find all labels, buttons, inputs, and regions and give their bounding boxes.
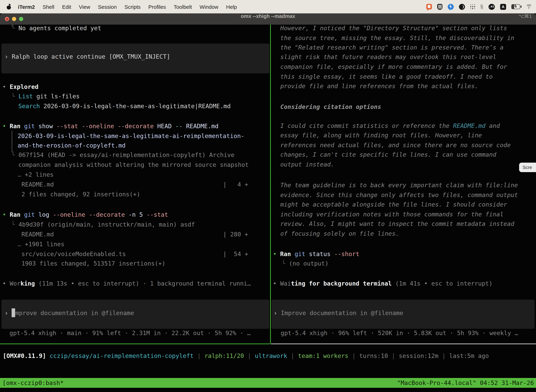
text-segment: essay file, along with finding root file… [280,132,482,139]
apple-menu-icon[interactable] [6,4,11,10]
text-segment: Wor [10,280,20,287]
left-pane-line: 2026-03-09-is-legal-the-same-as-legitima… [18,132,244,142]
text-segment: Ran [280,250,291,257]
right-pane-line: slight risk that future readers may over… [280,53,496,63]
text-segment: review. Also, I might want to inspect th… [280,220,514,227]
left-pane-line: └ 4b9d30f (origin/main, instructkr/main,… [11,221,195,231]
menu-scripts[interactable]: Scripts [124,4,141,10]
text-segment: including verification notes with those … [280,211,503,218]
menu-window[interactable]: Window [200,4,218,10]
battery-icon[interactable] [511,4,520,9]
menu-help[interactable]: Help [226,4,237,10]
text-segment: └ [11,25,19,32]
right-pane-line: The team guideline is to back every impo… [280,182,518,191]
text-segment: README.md [453,122,486,129]
text-segment: 2026-03-09-is-legal-the-same-as-legitima… [18,132,244,140]
window-shortcut-badge: ⌥⌘1 [518,13,532,19]
text-segment: slight risk that future readers may over… [280,53,496,61]
lightning-hex-icon[interactable] [448,4,454,10]
pane-divider[interactable] [270,25,271,344]
screen: iTerm2 Shell Edit View Session Scripts P… [0,0,536,392]
letter-a-icon[interactable]: A [500,4,506,10]
right-pane-line: provide file and line references from th… [280,83,478,92]
left-pane-line: 1903 files changed, 513517 insertions(+) [21,260,165,270]
text-segment: … [18,241,25,248]
text-segment: references need actual files, and since … [280,142,511,149]
text-segment: › [5,309,12,317]
text-segment: › Ralph loop active continue [OMX_TMUX_I… [5,53,170,60]
pie-chart-icon[interactable] [459,4,465,10]
menu-bar: iTerm2 Shell Edit View Session Scripts P… [0,0,536,13]
menu-toolbelt[interactable]: Toolbelt [174,4,192,10]
left-pane-line: • Explored [2,83,38,93]
left-pane-line: … +1901 lines [18,241,64,250]
text-segment: king [20,280,35,287]
chat-app-icon[interactable] [426,4,432,9]
text-segment: | [244,352,255,359]
text-segment: ting for background terminal [291,280,392,287]
right-pane-line: might be acceptable alongside the file l… [280,201,507,211]
text-segment: | [287,352,298,359]
right-pane-line: I could cite commit statistics or refere… [280,122,500,132]
text-segment: (no output) [289,260,329,267]
text-segment: • [273,250,280,257]
wifi-icon[interactable] [526,4,532,9]
text-segment: git [24,123,35,130]
text-segment: Explored [10,83,38,90]
window-title: omx --xhigh --madmax [0,13,536,19]
text-segment: -n 5 [125,211,147,218]
text-segment: └ [11,221,19,228]
menu-profiles[interactable]: Profiles [148,4,166,10]
text-segment: turns:10 [359,352,388,359]
tmux-session-label[interactable]: [omx-cczip0:bash* [2,378,64,388]
prompt-line: › Improve documentation in @filename [274,309,403,319]
text-segment: of focusing solely on file lines. [280,230,399,237]
menu-view[interactable]: View [79,4,90,10]
text-segment: • [273,280,280,287]
dots-grid-icon[interactable] [470,4,475,9]
menu-edit[interactable]: Edit [62,4,71,10]
text-segment: provide file and line references from th… [280,83,478,89]
badge-61-icon[interactable]: ..61 [488,4,495,10]
text-segment: README.md | 280 + [21,231,248,238]
text-segment: Considering citation options [280,103,381,110]
text-segment: No agents completed yet [19,25,101,32]
text-segment: › [274,309,281,317]
text-segment: • [2,83,10,90]
right-pane-line: └ (no output) [282,260,329,270]
inactive-pane-border [271,344,536,344]
text-segment: └ [11,93,19,100]
menu-iterm2[interactable]: iTerm2 [18,4,35,10]
tree-connector-line [12,131,12,152]
text-segment: Search [18,103,40,110]
model-status-line: gpt-5.4 xhigh · main · 91% left · 2.31M … [10,330,251,339]
menu-session[interactable]: Session [98,4,117,10]
text-segment: However, I noticed the "Directory Struct… [280,25,507,32]
right-pane-line: • Ran git status --short [273,250,359,260]
text-segment: changes, I can't cite specific file line… [280,151,496,158]
text-segment: gpt-5.4 xhigh · 96% left · 520K in · 5.8… [281,330,518,336]
omx-status-line: [OMX#0.11.9] cczip/essay/ai-reimplementa… [3,352,489,362]
text-segment: README.md [182,123,219,130]
right-pane-line: the source tree, missing the essay. Stil… [280,34,514,44]
left-pane-line: companion analysis without altering the … [18,161,249,171]
tmux-host-clock: "MacBook-Pro-44.local" 04:52 31-Mar-26 [397,378,534,388]
menu-shell[interactable]: Shell [43,4,54,10]
squiggle-icon[interactable]: § [480,4,483,9]
text-segment: status [305,250,334,257]
right-pane-line: the "Related research writing" section i… [280,44,503,54]
text-segment [20,211,24,218]
model-status-line: gpt-5.4 xhigh · 96% left · 520K in · 5.8… [281,330,518,339]
text-segment: --stat [147,211,168,218]
left-pane-line: └ List git ls-files [11,93,80,103]
right-pane-line: However, I noticed the "Directory Struct… [280,25,507,34]
working-status-line: • Working (11m 13s • esc to interrupt) ·… [2,280,251,290]
text-segment: src/voice/voiceModeEnabled.ts | 54 + [21,250,248,257]
screen-edge-button[interactable]: Scre [519,163,536,172]
shield-grid-icon[interactable] [437,4,442,10]
text-segment: --oneline --decorate [53,211,125,218]
left-pane-line: └ 067f154 (HEAD -> essay/ai-reimplementa… [11,151,234,161]
text-segment: log [35,211,53,218]
text-segment: git [24,211,35,218]
right-pane-line: of focusing solely on file lines. [280,230,399,240]
